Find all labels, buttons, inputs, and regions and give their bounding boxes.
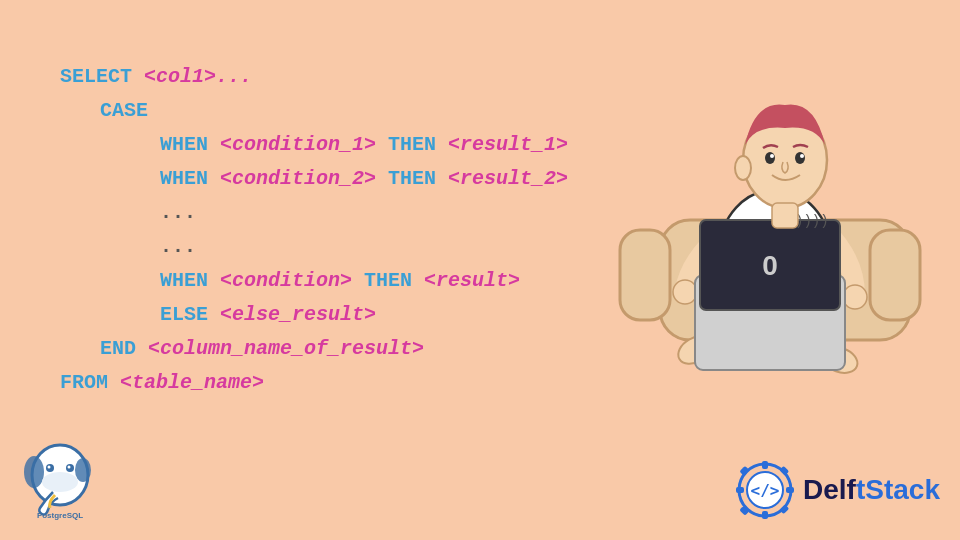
col-placeholder: <col1>...	[132, 65, 252, 88]
svg-rect-35	[739, 466, 749, 476]
svg-point-17	[795, 152, 805, 164]
condition-n: <condition>	[208, 269, 364, 292]
code-line-7: WHEN <condition> THEN <result>	[60, 264, 568, 298]
keyword-then-1: THEN	[388, 133, 436, 156]
code-line-2: CASE	[60, 94, 568, 128]
code-line-5: ...	[60, 196, 568, 230]
result-n: <result>	[412, 269, 520, 292]
result-2: <result_2>	[436, 167, 568, 190]
background: SELECT <col1>... CASE WHEN <condition_1>…	[0, 0, 960, 540]
ellipsis-1: ...	[160, 201, 196, 224]
postgresql-logo: PostgreSQL	[20, 440, 100, 520]
keyword-when-n: WHEN	[160, 269, 208, 292]
svg-point-26	[24, 456, 44, 488]
svg-rect-2	[620, 230, 670, 320]
svg-rect-34	[786, 487, 794, 493]
keyword-when-1: WHEN	[160, 133, 208, 156]
delftstack-text: DelftStack	[803, 474, 940, 506]
keyword-then-2: THEN	[388, 167, 436, 190]
code-line-3: WHEN <condition_1> THEN <result_1>	[60, 128, 568, 162]
condition-1: <condition_1>	[208, 133, 388, 156]
keyword-when-2: WHEN	[160, 167, 208, 190]
result-1: <result_1>	[436, 133, 568, 156]
code-line-8: ELSE <else_result>	[60, 298, 568, 332]
svg-point-16	[770, 154, 774, 158]
svg-point-19	[735, 156, 751, 180]
delft-text-black: Delf	[803, 474, 856, 505]
svg-rect-1	[870, 230, 920, 320]
svg-point-27	[75, 458, 91, 482]
keyword-else: ELSE	[160, 303, 208, 326]
condition-2: <condition_2>	[208, 167, 388, 190]
else-result: <else_result>	[208, 303, 376, 326]
ellipsis-2: ...	[160, 235, 196, 258]
code-line-4: WHEN <condition_2> THEN <result_2>	[60, 162, 568, 196]
svg-point-25	[68, 466, 71, 469]
code-line-9: END <column_name_of_result>	[60, 332, 568, 366]
svg-text:PostgreSQL: PostgreSQL	[37, 511, 83, 520]
svg-text:0: 0	[762, 250, 778, 281]
svg-point-8	[673, 280, 697, 304]
keyword-from: FROM	[60, 371, 108, 394]
svg-point-15	[765, 152, 775, 164]
svg-rect-36	[779, 466, 789, 476]
delft-text-blue: tStack	[856, 474, 940, 505]
code-block: SELECT <col1>... CASE WHEN <condition_1>…	[60, 60, 568, 400]
svg-point-9	[843, 285, 867, 309]
svg-rect-38	[779, 504, 789, 514]
svg-point-18	[800, 154, 804, 158]
svg-rect-31	[762, 461, 768, 469]
svg-point-28	[42, 472, 78, 492]
svg-point-23	[48, 466, 51, 469]
svg-rect-37	[739, 506, 749, 516]
svg-rect-20	[772, 203, 798, 228]
person-illustration: 0 ))))	[600, 20, 940, 420]
svg-rect-32	[762, 511, 768, 519]
svg-text:)))): ))))	[795, 213, 829, 229]
keyword-select: SELECT	[60, 65, 132, 88]
table-name: <table_name>	[108, 371, 264, 394]
keyword-end: END	[100, 337, 136, 360]
code-line-10: FROM <table_name>	[60, 366, 568, 400]
keyword-case: CASE	[100, 99, 148, 122]
code-line-1: SELECT <col1>...	[60, 60, 568, 94]
column-name: <column_name_of_result>	[136, 337, 424, 360]
delft-icon: </>	[735, 460, 795, 520]
delftstack-logo: </> DelftStack	[735, 460, 940, 520]
svg-text:</>: </>	[751, 481, 780, 500]
keyword-then-n: THEN	[364, 269, 412, 292]
svg-rect-33	[736, 487, 744, 493]
code-line-6: ...	[60, 230, 568, 264]
